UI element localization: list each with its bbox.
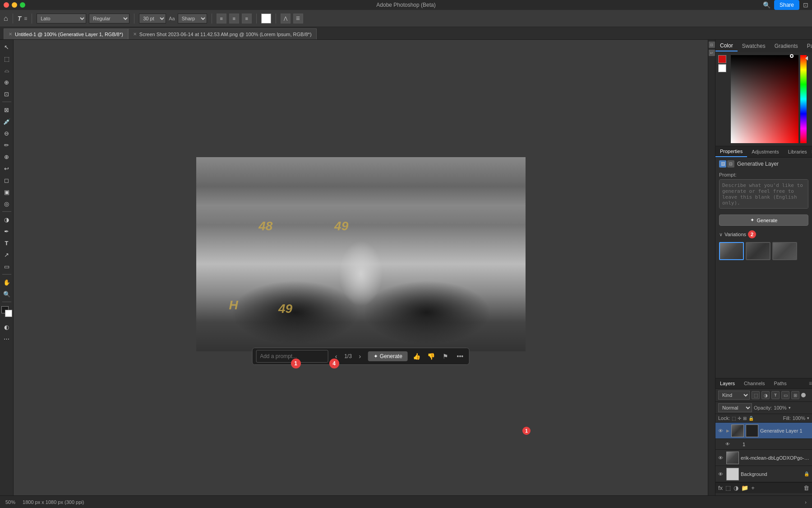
type-tool[interactable]: T [1, 238, 12, 248]
layer-folder-button[interactable]: 📁 [741, 485, 748, 491]
fg-bg-color-selector[interactable] [1, 306, 12, 317]
align-center-button[interactable]: ≡ [229, 14, 239, 23]
tab-untitled[interactable]: ✕ Untitled-1 @ 100% (Generative Layer 1,… [4, 28, 128, 39]
character-panel-button[interactable]: ☰ [293, 14, 303, 23]
anti-alias-select[interactable]: Sharp [178, 14, 207, 23]
path-select-tool[interactable]: ↗ [1, 249, 12, 260]
blur-tool[interactable]: ◎ [1, 198, 12, 209]
type-tool-icon[interactable]: T [18, 15, 22, 22]
gradient-tool[interactable]: ▣ [1, 186, 12, 197]
font-style-select[interactable]: Regular [89, 14, 129, 23]
thumbs-down-button[interactable]: 👎 [426, 351, 437, 362]
prompt-textarea[interactable] [719, 179, 808, 209]
share-button[interactable]: Share [774, 0, 799, 10]
layer-delete-button[interactable]: 🗑 [803, 485, 809, 491]
resize-icon[interactable]: Aa [169, 16, 175, 21]
quick-mask-tool[interactable]: ◐ [1, 322, 12, 332]
heal-tool[interactable]: ⊖ [1, 128, 12, 139]
canvas-image[interactable]: 48 49 49 H [196, 157, 526, 351]
layer-item-sub-1[interactable]: 👁 1 [715, 439, 812, 450]
font-family-select[interactable]: Lato [37, 14, 86, 23]
more-options-button[interactable]: ••• [455, 351, 466, 362]
type-options-icon[interactable]: ≡ [24, 15, 27, 22]
layers-panel-menu[interactable]: ≡ [809, 380, 812, 387]
layer-filter-shape[interactable]: ▭ [781, 391, 789, 399]
generate-button-bar[interactable]: ✦ Generate [368, 351, 408, 361]
search-icon[interactable]: 🔍 [763, 1, 770, 9]
move-tool[interactable]: ↖ [1, 42, 12, 52]
align-left-button[interactable]: ≡ [217, 14, 226, 23]
props-tab-libraries[interactable]: Libraries [784, 147, 812, 157]
generate-button-props[interactable]: ✦ Generate [719, 214, 808, 226]
lasso-tool[interactable]: ⌓ [1, 65, 12, 76]
history-tool[interactable]: ↩ [1, 163, 12, 174]
shape-tool[interactable]: ▭ [1, 261, 12, 272]
frame-tool[interactable]: ⊠ [1, 104, 12, 115]
blend-mode-select[interactable]: Normal [718, 403, 752, 412]
layer-filter-smartobj[interactable]: ⊞ [791, 391, 799, 399]
props-tab-adjustments[interactable]: Adjustments [747, 147, 784, 157]
font-size-select[interactable]: 30 pt [139, 14, 166, 23]
layers-tab-layers[interactable]: Layers [715, 378, 739, 388]
layer-item-background[interactable]: 👁 Background 🔒 [715, 466, 812, 482]
thumbs-up-button[interactable]: 👍 [411, 351, 422, 362]
quick-select-tool[interactable]: ⊕ [1, 77, 12, 88]
layer-new-button[interactable]: + [751, 485, 755, 491]
dodge-tool[interactable]: ◑ [1, 214, 12, 225]
pen-tool[interactable]: ✒ [1, 226, 12, 237]
hue-slider[interactable] [800, 55, 807, 143]
layers-tab-paths[interactable]: Paths [770, 378, 791, 388]
layer-visibility-eye[interactable]: 👁 [718, 428, 724, 433]
align-right-button[interactable]: ≡ [242, 14, 252, 23]
color-tab-gradients[interactable]: Gradients [770, 41, 803, 51]
lock-pixels-icon[interactable]: ⬚ [732, 416, 736, 421]
panel-icon-props[interactable]: ⊡ [709, 42, 715, 48]
color-picker-gradient[interactable] [731, 55, 798, 143]
marquee-tool[interactable]: ⬚ [1, 53, 12, 64]
text-color-swatch[interactable] [261, 14, 271, 23]
brush-tool[interactable]: ✏ [1, 140, 12, 150]
tab-screenshot[interactable]: ✕ Screen Shot 2023-06-14 at 11.42.53 AM.… [128, 28, 317, 39]
home-icon[interactable]: ⌂ [4, 14, 8, 23]
fill-dropdown-icon[interactable]: ▾ [807, 416, 809, 420]
layer-visibility-eye-bg[interactable]: 👁 [718, 471, 724, 477]
layer-fx-button[interactable]: fx [718, 485, 723, 491]
layer-filter-adjustment[interactable]: ◑ [761, 391, 770, 399]
warp-text-button[interactable]: ⋀ [281, 14, 291, 23]
layer-item-generative[interactable]: 1 👁 ▶ Generative Layer 1 [715, 423, 812, 439]
maximize-window-button[interactable] [20, 2, 25, 8]
layer-item-car[interactable]: 👁 erik-mclean-dbLgODXOPgo-unsplash [715, 450, 812, 466]
layer-mask-button[interactable]: ⬚ [725, 485, 731, 491]
color-tab-swatches[interactable]: Swatches [738, 41, 770, 51]
close-window-button[interactable] [4, 2, 9, 8]
background-color[interactable] [5, 310, 12, 317]
clone-tool[interactable]: ⊕ [1, 151, 12, 162]
edit-toolbar-button[interactable]: ⋯ [1, 333, 12, 344]
tab-close-icon[interactable]: ✕ [9, 32, 12, 37]
foreground-color-swatch[interactable] [718, 55, 726, 63]
hand-tool[interactable]: ✋ [1, 277, 12, 288]
variations-chevron[interactable]: ∨ [719, 232, 723, 238]
layer-filter-pixel[interactable]: ⬚ [752, 391, 760, 399]
panel-icon-history[interactable]: ↩ [709, 50, 715, 56]
eyedropper-tool[interactable]: 💉 [1, 116, 12, 127]
kind-filter-select[interactable]: Kind [718, 391, 750, 400]
panels-icon[interactable]: ⊡ [803, 1, 808, 9]
minimize-window-button[interactable] [12, 2, 17, 8]
layer-visibility-eye-sub[interactable]: 👁 [725, 442, 732, 447]
variation-3[interactable] [772, 242, 797, 260]
layer-filter-type[interactable]: T [771, 391, 780, 399]
layers-tab-channels[interactable]: Channels [739, 378, 769, 388]
variation-2[interactable] [746, 242, 770, 260]
lock-all-icon[interactable]: 🔒 [748, 416, 754, 421]
background-color-swatch[interactable] [718, 64, 726, 72]
eraser-tool[interactable]: ◻ [1, 175, 12, 186]
color-tab-color[interactable]: Color [715, 41, 738, 51]
lock-artboard-icon[interactable]: ⊞ [743, 416, 747, 421]
zoom-tool[interactable]: 🔍 [1, 289, 12, 299]
tab-close-icon[interactable]: ✕ [133, 32, 137, 37]
layer-expand-arrow[interactable]: ▶ [726, 429, 729, 433]
lock-position-icon[interactable]: ✛ [738, 416, 741, 421]
opacity-dropdown-icon[interactable]: ▾ [789, 405, 791, 410]
variation-1[interactable] [719, 242, 744, 260]
